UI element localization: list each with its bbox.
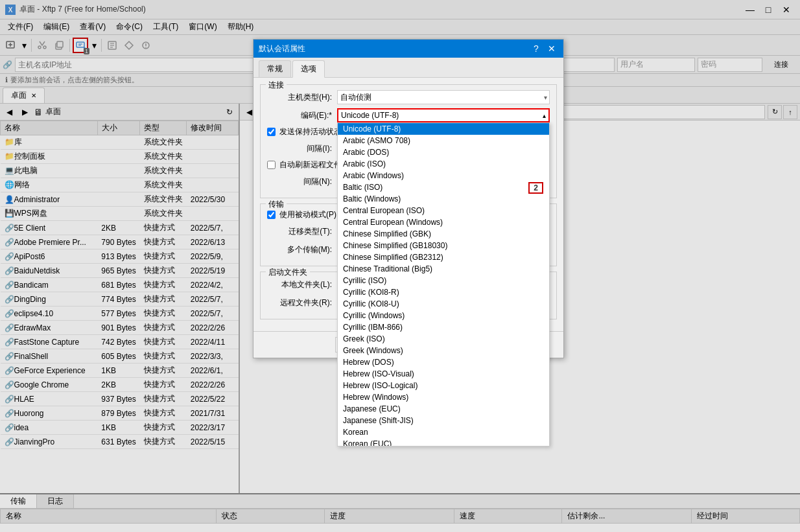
encoding-option[interactable]: Unicode (UTF-8) — [338, 123, 549, 135]
transfer-section-title: 传输 — [266, 199, 287, 210]
host-type-label: 主机类型(H): — [267, 92, 332, 103]
encoding-option[interactable]: Cyrillic (KOI8-U) — [338, 298, 549, 310]
number-2-badge: 2 — [528, 182, 543, 194]
dialog-help-button[interactable]: ? — [530, 42, 543, 55]
remote-folder-label: 远程文件夹(R): — [267, 297, 332, 308]
multi-transfer-label: 多个传输(M): — [267, 244, 332, 255]
autorefresh-checkbox[interactable] — [267, 161, 276, 169]
encoding-selected[interactable]: Unicode (UTF-8) ▴ — [337, 108, 550, 122]
dialog-close-button[interactable]: ✕ — [545, 42, 558, 55]
dialog: 默认会话属性 ? ✕ 常规 选项 连接 主机类型(H): 自动侦测 — [253, 39, 564, 358]
dialog-tab-options[interactable]: 选项 — [292, 60, 325, 78]
encoding-option[interactable]: Central European (ISO) — [338, 205, 549, 216]
passive-mode-checkbox[interactable] — [267, 211, 276, 219]
encoding-option[interactable]: Arabic (ASMO 708) — [338, 135, 549, 146]
keepalive-checkbox[interactable] — [267, 128, 276, 136]
dialog-titlebar: 默认会话属性 ? ✕ — [253, 40, 563, 58]
encoding-option[interactable]: Japanese (EUC) — [338, 403, 549, 415]
passive-mode-label: 使用被动模式(P) — [279, 209, 336, 220]
encoding-option[interactable]: Arabic (DOS) — [338, 146, 549, 158]
startup-title: 启动文件夹 — [266, 267, 310, 278]
encoding-arrow-icon: ▴ — [543, 112, 546, 119]
encoding-option[interactable]: Baltic (ISO) — [338, 181, 549, 193]
encoding-row: 编码(E):* Unicode (UTF-8) ▴ Unicode (UTF-8… — [267, 108, 550, 122]
connection-section: 连接 主机类型(H): 自动侦测 ▾ 编码(E):* — [260, 84, 557, 198]
encoding-option[interactable]: Cyrillic (KOI8-R) — [338, 286, 549, 298]
encoding-option[interactable]: Arabic (ISO) — [338, 158, 549, 170]
encoding-dropdown-list[interactable]: Unicode (UTF-8)Arabic (ASMO 708)Arabic (… — [337, 122, 550, 446]
encoding-option[interactable]: Korean — [338, 426, 549, 438]
encoding-option[interactable]: Greek (Windows) — [338, 345, 549, 356]
host-type-select-wrapper: 自动侦测 ▾ — [337, 90, 550, 104]
encoding-option[interactable]: Greek (ISO) — [338, 333, 549, 345]
dialog-tab-general[interactable]: 常规 — [259, 60, 291, 77]
interval-label: 间隔(I): — [267, 143, 332, 154]
host-type-select[interactable]: 自动侦测 — [337, 90, 550, 104]
encoding-option[interactable]: Japanese (Shift-JIS) — [338, 415, 549, 426]
encoding-option[interactable]: Baltic (Windows) — [338, 193, 549, 205]
encoding-option[interactable]: Chinese Simplified (GBK) — [338, 228, 549, 240]
encoding-label: 编码(E):* — [267, 110, 332, 121]
encoding-option[interactable]: Chinese Simplified (GB2312) — [338, 251, 549, 263]
encoding-option[interactable]: Cyrillic (Windows) — [338, 310, 549, 321]
encoding-option[interactable]: Chinese Simplified (GB18030) — [338, 240, 549, 251]
dialog-title: 默认会话属性 — [259, 43, 305, 54]
encoding-option[interactable]: Hebrew (ISO-Visual) — [338, 368, 549, 380]
encoding-option[interactable]: Hebrew (DOS) — [338, 356, 549, 368]
encoding-option[interactable]: Central European (Windows) — [338, 216, 549, 228]
encoding-option[interactable]: Arabic (Windows) — [338, 170, 549, 181]
dialog-titlebar-controls: ? ✕ — [530, 42, 558, 55]
encoding-option[interactable]: Korean (EUC) — [338, 438, 549, 446]
interval2-label: 间隔(N): — [267, 176, 332, 187]
dialog-overlay: 默认会话属性 ? ✕ 常规 选项 连接 主机类型(H): 自动侦测 — [0, 0, 800, 532]
encoding-dropdown: Unicode (UTF-8) ▴ Unicode (UTF-8)Arabic … — [337, 108, 550, 122]
encoding-option[interactable]: Chinese Traditional (Big5) — [338, 263, 549, 275]
encoding-option[interactable]: Cyrillic (ISO) — [338, 275, 549, 286]
connection-title: 连接 — [266, 80, 287, 91]
host-type-row: 主机类型(H): 自动侦测 ▾ — [267, 90, 550, 104]
encoding-option[interactable]: Cyrillic (IBM-866) — [338, 321, 549, 333]
encoding-value: Unicode (UTF-8) — [341, 111, 399, 120]
dialog-content: 连接 主机类型(H): 自动侦测 ▾ 编码(E):* — [253, 78, 563, 331]
dialog-tabs: 常规 选项 — [253, 58, 563, 78]
local-folder-label: 本地文件夹(L): — [267, 279, 332, 290]
encoding-option[interactable]: Hebrew (Windows) — [338, 391, 549, 403]
encoding-option[interactable]: Hebrew (ISO-Logical) — [338, 380, 549, 391]
transfer-type-label: 迁移类型(T): — [267, 226, 332, 237]
